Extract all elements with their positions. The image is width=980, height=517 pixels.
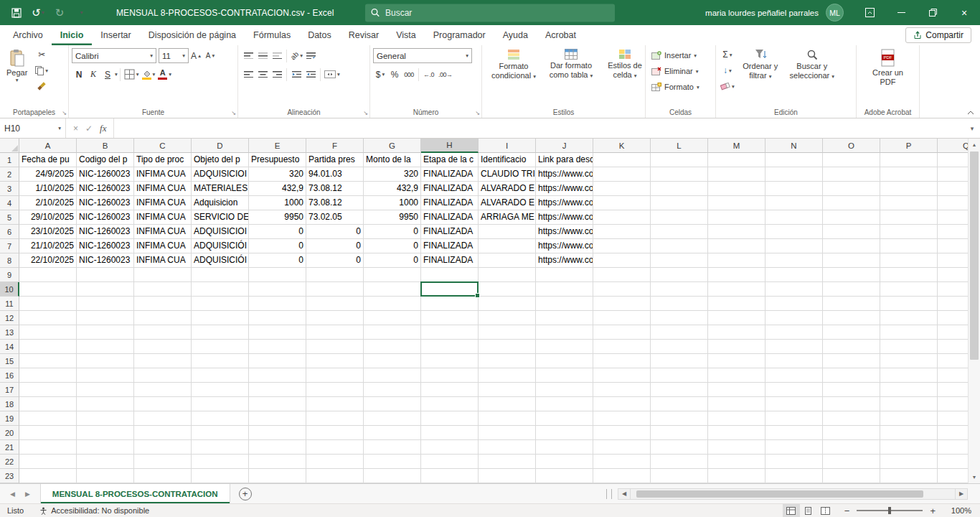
cell-P9[interactable] bbox=[880, 268, 938, 282]
cell-B5[interactable]: NIC-1260023 bbox=[77, 210, 134, 225]
cell-L1[interactable] bbox=[651, 153, 708, 167]
cell-E5[interactable]: 9950 bbox=[249, 210, 306, 225]
cell-C14[interactable] bbox=[134, 340, 192, 354]
column-header-K[interactable]: K bbox=[593, 139, 651, 153]
cell-L22[interactable] bbox=[651, 455, 708, 469]
column-header-C[interactable]: C bbox=[134, 139, 192, 153]
cell-J6[interactable]: https://www.compraspublicas.gob.ec/Proce… bbox=[536, 225, 593, 239]
cell-A12[interactable] bbox=[19, 311, 77, 325]
cell-B19[interactable] bbox=[77, 411, 134, 426]
increase-font-size-button[interactable]: A▴ bbox=[189, 49, 203, 63]
restore-button[interactable] bbox=[917, 0, 948, 25]
cell-H21[interactable] bbox=[421, 440, 479, 455]
cell-E15[interactable] bbox=[249, 354, 306, 368]
vertical-scroll-thumb[interactable] bbox=[970, 152, 979, 360]
cell-K13[interactable] bbox=[593, 325, 651, 340]
cell-L13[interactable] bbox=[651, 325, 708, 340]
cell-G4[interactable]: 1000 bbox=[364, 196, 421, 210]
cell-H2[interactable]: FINALIZADA bbox=[421, 167, 479, 182]
cell-P19[interactable] bbox=[880, 411, 938, 426]
cell-I19[interactable] bbox=[479, 411, 536, 426]
cell-E20[interactable] bbox=[249, 426, 306, 440]
scroll-up-icon[interactable]: ▲ bbox=[969, 139, 980, 151]
cell-P1[interactable] bbox=[880, 153, 938, 167]
row-header-3[interactable]: 3 bbox=[0, 182, 19, 196]
cell-C13[interactable] bbox=[134, 325, 192, 340]
cell-F11[interactable] bbox=[306, 297, 364, 311]
row-header-11[interactable]: 11 bbox=[0, 297, 19, 311]
cell-A2[interactable]: 24/9/2025 bbox=[19, 167, 77, 182]
cell-H23[interactable] bbox=[421, 469, 479, 483]
delete-cells-button[interactable]: Eliminar ▾ bbox=[649, 63, 712, 79]
sheet-tab-active[interactable]: MENSUAL 8-PROCESOS-CONTRATACION bbox=[40, 484, 230, 503]
cell-G9[interactable] bbox=[364, 268, 421, 282]
cell-L10[interactable] bbox=[651, 282, 708, 297]
cell-M18[interactable] bbox=[708, 397, 765, 411]
cell-E16[interactable] bbox=[249, 368, 306, 383]
cell-H8[interactable]: FINALIZADA bbox=[421, 253, 479, 268]
row-header-21[interactable]: 21 bbox=[0, 440, 19, 455]
cell-F9[interactable] bbox=[306, 268, 364, 282]
cell-P7[interactable] bbox=[880, 239, 938, 253]
search-input[interactable] bbox=[385, 8, 586, 18]
increase-indent-button[interactable] bbox=[303, 67, 318, 82]
cell-A19[interactable] bbox=[19, 411, 77, 426]
cell-N17[interactable] bbox=[765, 383, 823, 397]
vertical-scrollbar[interactable]: ▲ ▼ bbox=[968, 139, 980, 483]
cell-I14[interactable] bbox=[479, 340, 536, 354]
column-header-F[interactable]: F bbox=[306, 139, 364, 153]
cell-K17[interactable] bbox=[593, 383, 651, 397]
cell-H7[interactable]: FINALIZADA bbox=[421, 239, 479, 253]
cell-A9[interactable] bbox=[19, 268, 77, 282]
cell-styles-button[interactable]: Estilos de celda ▾ bbox=[600, 47, 650, 106]
cell-J20[interactable] bbox=[536, 426, 593, 440]
cell-P4[interactable] bbox=[880, 196, 938, 210]
cell-Q10[interactable] bbox=[938, 282, 968, 297]
cell-C12[interactable] bbox=[134, 311, 192, 325]
cell-O20[interactable] bbox=[823, 426, 880, 440]
cell-M7[interactable] bbox=[708, 239, 765, 253]
cell-G18[interactable] bbox=[364, 397, 421, 411]
insert-cells-button[interactable]: Insertar ▾ bbox=[649, 47, 712, 63]
cell-M1[interactable] bbox=[708, 153, 765, 167]
cell-J9[interactable] bbox=[536, 268, 593, 282]
cell-F18[interactable] bbox=[306, 397, 364, 411]
cell-C8[interactable]: INFIMA CUA bbox=[134, 253, 192, 268]
cell-D2[interactable]: ADQUISICIOI bbox=[192, 167, 249, 182]
cell-N21[interactable] bbox=[765, 440, 823, 455]
collapse-ribbon-button[interactable] bbox=[967, 111, 974, 115]
cell-K18[interactable] bbox=[593, 397, 651, 411]
zoom-level[interactable]: 100% bbox=[948, 506, 971, 515]
cell-D23[interactable] bbox=[192, 469, 249, 483]
merge-center-button[interactable]: ▾ bbox=[323, 67, 341, 82]
row-header-10[interactable]: 10 bbox=[0, 282, 19, 297]
cell-O23[interactable] bbox=[823, 469, 880, 483]
cell-G14[interactable] bbox=[364, 340, 421, 354]
cell-N12[interactable] bbox=[765, 311, 823, 325]
cell-Q20[interactable] bbox=[938, 426, 968, 440]
cell-N22[interactable] bbox=[765, 455, 823, 469]
redo-button[interactable]: ↻ bbox=[49, 2, 70, 24]
cell-L20[interactable] bbox=[651, 426, 708, 440]
ribbon-tab-insertar[interactable]: Insertar bbox=[92, 25, 139, 45]
cell-G8[interactable]: 0 bbox=[364, 253, 421, 268]
cell-Q23[interactable] bbox=[938, 469, 968, 483]
cell-B13[interactable] bbox=[77, 325, 134, 340]
column-header-E[interactable]: E bbox=[249, 139, 306, 153]
cell-B3[interactable]: NIC-1260023 bbox=[77, 182, 134, 196]
cell-Q4[interactable] bbox=[938, 196, 968, 210]
cell-O22[interactable] bbox=[823, 455, 880, 469]
new-sheet-button[interactable]: + bbox=[239, 488, 252, 500]
ribbon-tab-datos[interactable]: Datos bbox=[299, 25, 340, 45]
cell-E18[interactable] bbox=[249, 397, 306, 411]
minimize-button[interactable] bbox=[885, 0, 917, 25]
cell-K1[interactable] bbox=[593, 153, 651, 167]
row-header-23[interactable]: 23 bbox=[0, 469, 19, 483]
cell-O17[interactable] bbox=[823, 383, 880, 397]
cell-J12[interactable] bbox=[536, 311, 593, 325]
zoom-slider[interactable] bbox=[857, 510, 923, 511]
cell-J17[interactable] bbox=[536, 383, 593, 397]
cell-B7[interactable]: NIC-1260023 bbox=[77, 239, 134, 253]
cell-B4[interactable]: NIC-1260023 bbox=[77, 196, 134, 210]
percent-format-button[interactable]: % bbox=[387, 67, 402, 82]
